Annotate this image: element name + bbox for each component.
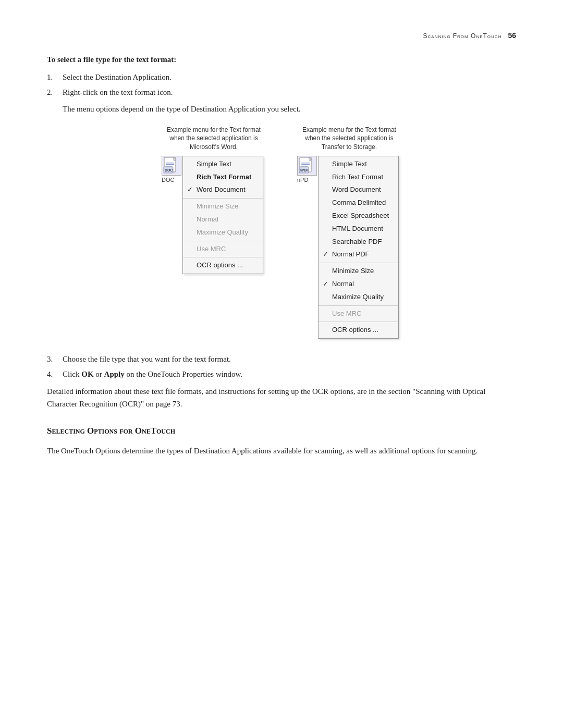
menu-item-searchable-pdf-right[interactable]: Searchable PDF (319, 236, 398, 249)
separator-1-left (183, 198, 263, 199)
header-title: Scanning From OneTouch (423, 32, 502, 40)
step-3: 3. Choose the file type that you want fo… (47, 353, 516, 365)
svg-rect-5 (166, 166, 172, 167)
menu-item-word-left[interactable]: Word Document (183, 183, 263, 196)
step-2-text: Right-click on the text format icon. (63, 88, 173, 96)
svg-rect-12 (301, 164, 310, 165)
menu-item-comma-right[interactable]: Comma Delimited (319, 196, 398, 209)
body-paragraph-1: Detailed information about these text fi… (47, 385, 516, 410)
menu-item-ocr-left[interactable]: OCR options ... (183, 259, 263, 272)
doc-icon-svg-left: DOC (162, 156, 181, 175)
menu-item-html-right[interactable]: HTML Document (319, 223, 398, 236)
step-4-num: 4. (47, 368, 53, 380)
svg-rect-13 (301, 166, 308, 167)
separator-3-right (319, 322, 398, 322)
section-body: The OneTouch Options determine the types… (47, 445, 516, 457)
separator-2-left (183, 241, 263, 241)
step-1-text: Select the Destination Application. (63, 73, 172, 81)
page: Scanning From OneTouch 56 To select a fi… (0, 0, 563, 728)
icon-area-left: DOC DOC (162, 156, 181, 183)
svg-rect-4 (166, 164, 174, 165)
svg-rect-3 (166, 163, 174, 164)
context-menu-right: Simple Text Rich Text Format Word Docume… (318, 156, 399, 339)
section-title: Selecting Options for OneTouch (47, 426, 516, 436)
menu-item-min-size-left: Minimize Size (183, 200, 263, 213)
example-col-left: Example menu for the Text format when th… (162, 126, 266, 339)
step-2: 2. Right-click on the text format icon. (47, 87, 516, 98)
icon-label-right: nPD (297, 177, 308, 183)
step-4: 4. Click OK or Apply on the OneTouch Pro… (47, 368, 516, 380)
example-caption-right: Example menu for the Text format when th… (297, 126, 401, 152)
menu-item-max-quality-left: Maximize Quality (183, 226, 263, 239)
menu-item-normal-left: Normal (183, 213, 263, 226)
icon-area-right: nPDF nPD (297, 156, 317, 183)
svg-rect-11 (301, 163, 310, 164)
example-caption-left: Example menu for the Text format when th… (162, 126, 266, 152)
context-menu-left: Simple Text Rich Text Format Word Docume… (182, 156, 263, 274)
step-2-num: 2. (47, 87, 53, 98)
step-3-text: Choose the file type that you want for t… (63, 355, 231, 363)
menu-item-min-size-right[interactable]: Minimize Size (319, 265, 398, 278)
menu-item-excel-right[interactable]: Excel Spreadsheet (319, 209, 398, 223)
separator-2-right (319, 305, 398, 306)
doc-icon-right: nPDF (297, 156, 317, 176)
menu-item-simple-text-right[interactable]: Simple Text (319, 158, 398, 171)
separator-3-left (183, 257, 263, 257)
doc-icon-svg-right: nPDF (298, 156, 316, 175)
menu-item-simple-text-left[interactable]: Simple Text (183, 158, 263, 171)
menu-item-rtf-left[interactable]: Rich Text Format (183, 171, 263, 184)
section-heading: To select a file type for the text forma… (47, 55, 516, 64)
steps-list-bottom: 3. Choose the file type that you want fo… (47, 353, 516, 380)
page-header: Scanning From OneTouch 56 (47, 31, 516, 40)
ok-bold: OK (81, 370, 93, 378)
menu-wrapper-right: nPDF nPD Simple Text Rich Text Format Wo… (297, 156, 399, 339)
step-1: 1. Select the Destination Application. (47, 71, 516, 83)
header-page-number: 56 (508, 31, 516, 40)
examples-area: Example menu for the Text format when th… (47, 126, 516, 339)
menu-item-max-quality-right[interactable]: Maximize Quality (319, 291, 398, 304)
icon-label-left: DOC (162, 177, 174, 183)
menu-item-normal-pdf-right[interactable]: Normal PDF (319, 248, 398, 261)
separator-1-right (319, 263, 398, 263)
step-3-num: 3. (47, 353, 53, 365)
menu-item-ocr-right[interactable]: OCR options ... (319, 324, 398, 337)
menu-wrapper-left: DOC DOC Simple Text Rich Text Format Wor… (162, 156, 263, 274)
example-col-right: Example menu for the Text format when th… (297, 126, 401, 339)
menu-item-normal-right[interactable]: Normal (319, 278, 398, 291)
menu-item-rtf-right[interactable]: Rich Text Format (319, 171, 398, 184)
menu-item-use-mrc-left: Use MRC (183, 243, 263, 256)
svg-text:DOC: DOC (165, 168, 173, 172)
step-1-num: 1. (47, 71, 53, 83)
doc-icon-left: DOC (162, 156, 181, 176)
indent-text: The menu options depend on the type of D… (47, 103, 516, 115)
menu-item-word-right[interactable]: Word Document (319, 183, 398, 196)
apply-bold: Apply (104, 370, 125, 378)
svg-text:nPDF: nPDF (300, 168, 309, 172)
step-4-text: Click OK or Apply on the OneTouch Proper… (63, 370, 242, 378)
menu-item-use-mrc-right: Use MRC (319, 307, 398, 320)
steps-list-top: 1. Select the Destination Application. 2… (47, 71, 516, 98)
